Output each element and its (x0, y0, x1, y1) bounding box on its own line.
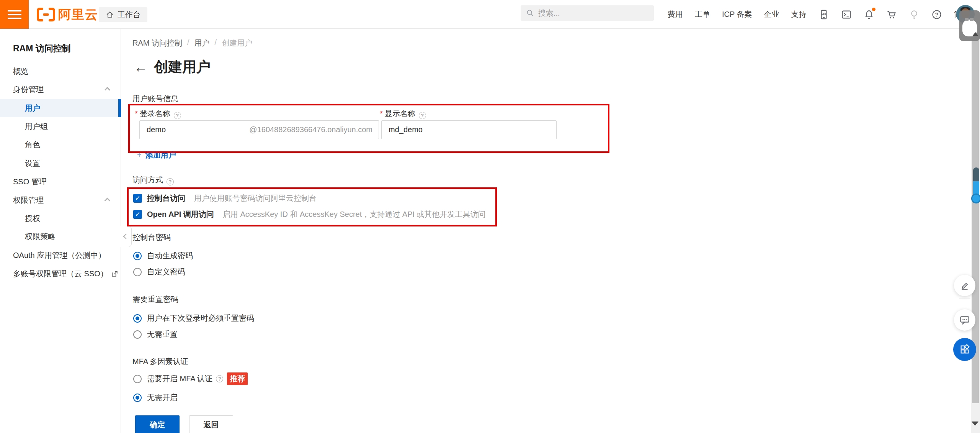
feedback-button[interactable] (954, 309, 975, 331)
selected-indicator-bar (118, 99, 121, 117)
help-circle-icon[interactable]: ? (174, 112, 181, 119)
radio-unselected[interactable] (133, 268, 142, 276)
workspace-button[interactable]: 工作台 (99, 7, 147, 22)
sidebar-item-cloud-sso[interactable]: 多账号权限管理（云 SSO） (0, 264, 121, 283)
sidebar-item-users[interactable]: 用户 (0, 99, 121, 117)
notification-dot (872, 8, 875, 11)
radio-selected[interactable] (133, 394, 142, 402)
help-circle-icon[interactable]: ? (167, 178, 174, 185)
login-name-value: demo (140, 125, 166, 134)
login-name-label: *登录名称? (135, 108, 181, 119)
radio-unselected[interactable] (133, 375, 142, 383)
sidebar-item-grants[interactable]: 授权 (0, 209, 121, 228)
openapi-access-checkbox[interactable]: ✓ (133, 210, 142, 219)
mfa-not-required-option[interactable]: 无需开启 (133, 392, 178, 403)
custom-password-option[interactable]: 自定义密码 (133, 267, 185, 277)
chat-bubble-icon (959, 314, 970, 326)
sidebar-item-overview[interactable]: 概览 (0, 62, 121, 80)
breadcrumb: RAM 访问控制 / 用户 / 创建用户 (132, 38, 252, 48)
bell-icon[interactable] (864, 9, 874, 20)
login-name-suffix: @1604882689366476.onaliyun.com (249, 125, 379, 134)
confirm-button[interactable]: 确定 (135, 415, 180, 433)
breadcrumb-separator: / (215, 38, 217, 48)
add-user-link[interactable]: + 添加用户 (137, 150, 176, 160)
header-nav: 费用 工单 ICP 备案 企业 支持 APP (668, 0, 969, 29)
hamburger-menu-icon[interactable] (0, 0, 29, 29)
console-access-desc: 用户使用账号密码访问阿里云控制台 (194, 193, 317, 203)
header-divider (92, 10, 92, 20)
sidebar-item-user-groups[interactable]: 用户组 (0, 117, 121, 136)
nav-support[interactable]: 支持 (791, 9, 807, 20)
cursor-overlay (959, 10, 980, 41)
login-name-input[interactable]: demo @1604882689366476.onaliyun.com (139, 120, 379, 139)
radio-selected[interactable] (133, 252, 142, 260)
home-icon (106, 10, 114, 19)
breadcrumb-users[interactable]: 用户 (194, 38, 210, 48)
sidebar-item-oauth[interactable]: OAuth 应用管理（公测中） (0, 246, 121, 264)
nav-tickets[interactable]: 工单 (695, 9, 710, 20)
sidebar-item-policies[interactable]: 权限策略 (0, 227, 121, 246)
nav-billing[interactable]: 费用 (668, 9, 683, 20)
back-button[interactable]: 返回 (189, 415, 233, 433)
plus-icon: + (137, 151, 142, 159)
aliyun-logo-icon (37, 7, 55, 22)
breadcrumb-current: 创建用户 (222, 38, 252, 48)
page-title: 创建用户 (154, 57, 211, 77)
mobile-app-icon[interactable]: APP (818, 9, 829, 20)
workspace-label: 工作台 (118, 10, 140, 20)
openapi-access-row[interactable]: ✓ Open API 调用访问 启用 AccessKey ID 和 Access… (133, 209, 486, 220)
sidebar-item-identity-management[interactable]: 身份管理 (0, 80, 121, 98)
fab-divider (959, 299, 970, 299)
sidebar-collapse-handle[interactable] (120, 226, 132, 247)
radio-unselected[interactable] (133, 330, 142, 339)
display-name-value: md_demo (382, 125, 423, 134)
aliyun-logo[interactable]: 阿里云 (37, 7, 98, 23)
scrollbar-up-arrow[interactable] (972, 32, 978, 36)
display-name-input[interactable]: md_demo (381, 120, 557, 139)
nav-icp[interactable]: ICP 备案 (722, 9, 752, 20)
lightbulb-icon[interactable] (909, 9, 920, 20)
chevron-left-icon (123, 234, 129, 239)
chevron-up-icon (105, 198, 111, 204)
access-section-heading: 访问方式? (132, 175, 174, 185)
cart-icon[interactable] (886, 9, 897, 20)
mfa-required-option[interactable]: 需要开启 MFA 认证 ? 推荐 (133, 372, 248, 385)
no-reset-option[interactable]: 无需重置 (133, 329, 178, 340)
help-circle-icon[interactable]: ? (419, 112, 426, 119)
console-access-checkbox[interactable]: ✓ (133, 194, 142, 203)
scrollbar-down-arrow[interactable] (972, 422, 978, 426)
required-mark: * (135, 109, 138, 118)
search-icon (526, 9, 534, 17)
sidebar-title: RAM 访问控制 (13, 43, 71, 54)
pencil-icon (959, 280, 970, 291)
openapi-access-label: Open API 调用访问 (147, 209, 214, 220)
sidebar-item-permission-management[interactable]: 权限管理 (0, 191, 121, 209)
breadcrumb-separator: / (187, 38, 189, 48)
help-circle-icon[interactable]: ? (216, 375, 223, 382)
breadcrumb-ram[interactable]: RAM 访问控制 (132, 38, 182, 48)
console-access-label: 控制台访问 (147, 193, 185, 203)
radio-selected[interactable] (133, 314, 142, 323)
survey-edit-button[interactable] (954, 275, 975, 296)
quick-apps-button[interactable] (953, 338, 976, 361)
back-arrow-icon[interactable]: ← (134, 59, 148, 75)
svg-text:?: ? (935, 11, 938, 18)
sidebar-item-settings[interactable]: 设置 (0, 154, 121, 172)
required-mark: * (380, 109, 383, 118)
marker-pen-overlay (973, 167, 979, 197)
sidebar-item-roles[interactable]: 角色 (0, 135, 121, 154)
auto-password-option[interactable]: 自动生成密码 (133, 251, 193, 261)
sidebar-item-sso[interactable]: SSO 管理 (0, 172, 121, 191)
recommended-badge: 推荐 (227, 372, 248, 385)
nav-enterprise[interactable]: 企业 (764, 9, 779, 20)
search-input[interactable]: 搜索... (521, 5, 654, 21)
must-reset-option[interactable]: 用户在下次登录时必须重置密码 (133, 313, 254, 323)
external-link-icon (111, 270, 118, 277)
console-access-row[interactable]: ✓ 控制台访问 用户使用账号密码访问阿里云控制台 (133, 193, 317, 203)
aliyun-logo-text: 阿里云 (58, 6, 98, 23)
account-section-heading: 用户账号信息 (132, 93, 178, 104)
help-icon[interactable]: ? (931, 9, 942, 20)
password-section-heading: 控制台密码 (132, 232, 171, 243)
terminal-icon[interactable] (841, 9, 852, 20)
chevron-up-icon (105, 87, 111, 93)
